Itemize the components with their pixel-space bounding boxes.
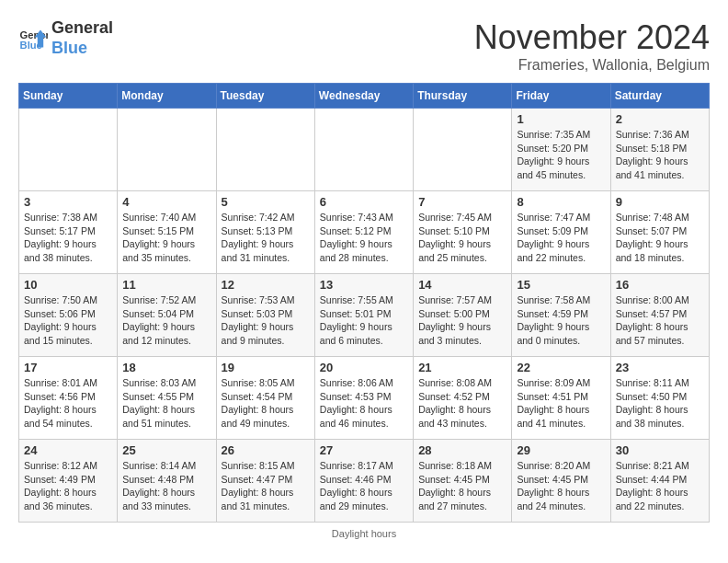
day-info: Sunrise: 8:20 AMSunset: 4:45 PMDaylight:…	[517, 459, 605, 513]
day-number: 23	[616, 361, 704, 374]
day-info: Sunrise: 8:18 AMSunset: 4:45 PMDaylight:…	[418, 459, 506, 513]
location-subtitle: Frameries, Wallonia, Belgium	[474, 57, 710, 74]
day-info: Sunrise: 7:42 AMSunset: 5:13 PMDaylight:…	[222, 211, 310, 265]
day-info: Sunrise: 7:55 AMSunset: 5:01 PMDaylight:…	[320, 293, 408, 348]
weekday-header: Tuesday	[216, 84, 314, 109]
calendar-day-cell: 21Sunrise: 8:08 AMSunset: 4:52 PMDayligh…	[414, 357, 512, 440]
calendar-day-cell: 29Sunrise: 8:20 AMSunset: 4:45 PMDayligh…	[512, 440, 610, 523]
day-number: 27	[320, 443, 408, 457]
calendar-day-cell	[216, 109, 314, 191]
day-number: 30	[616, 443, 704, 457]
calendar-day-cell: 10Sunrise: 7:50 AMSunset: 5:06 PMDayligh…	[19, 274, 118, 357]
calendar-day-cell	[118, 109, 216, 191]
day-number: 28	[418, 443, 506, 457]
calendar-day-cell: 1Sunrise: 7:35 AMSunset: 5:20 PMDaylight…	[512, 109, 610, 191]
day-number: 29	[517, 443, 605, 457]
calendar-day-cell: 11Sunrise: 7:52 AMSunset: 5:04 PMDayligh…	[118, 274, 216, 357]
day-info: Sunrise: 8:12 AMSunset: 4:49 PMDaylight:…	[24, 459, 112, 513]
calendar-day-cell: 30Sunrise: 8:21 AMSunset: 4:44 PMDayligh…	[610, 440, 709, 523]
calendar-day-cell: 4Sunrise: 7:40 AMSunset: 5:15 PMDaylight…	[118, 191, 216, 274]
day-number: 26	[222, 443, 310, 457]
day-number: 19	[222, 361, 310, 374]
title-block: November 2024 Frameries, Wallonia, Belgi…	[474, 18, 710, 74]
logo-icon: General Blue	[18, 24, 48, 53]
day-info: Sunrise: 8:14 AMSunset: 4:48 PMDaylight:…	[122, 459, 210, 513]
day-info: Sunrise: 7:35 AMSunset: 5:20 PMDaylight:…	[517, 128, 605, 182]
page-header: General Blue General Blue November 2024 …	[18, 18, 710, 74]
day-info: Sunrise: 7:53 AMSunset: 5:03 PMDaylight:…	[222, 293, 310, 348]
day-info: Sunrise: 8:06 AMSunset: 4:53 PMDaylight:…	[320, 376, 408, 431]
calendar-day-cell: 15Sunrise: 7:58 AMSunset: 4:59 PMDayligh…	[512, 274, 610, 357]
day-number: 17	[24, 361, 112, 374]
calendar-day-cell: 24Sunrise: 8:12 AMSunset: 4:49 PMDayligh…	[19, 440, 118, 523]
day-info: Sunrise: 7:43 AMSunset: 5:12 PMDaylight:…	[320, 211, 408, 265]
weekday-header: Thursday	[414, 84, 512, 109]
calendar-day-cell	[314, 109, 413, 191]
logo-general: General	[51, 18, 113, 39]
calendar-day-cell: 17Sunrise: 8:01 AMSunset: 4:56 PMDayligh…	[19, 357, 118, 440]
calendar-table: SundayMondayTuesdayWednesdayThursdayFrid…	[18, 83, 710, 523]
day-number: 21	[418, 361, 506, 374]
day-info: Sunrise: 7:45 AMSunset: 5:10 PMDaylight:…	[418, 211, 506, 265]
day-number: 20	[320, 361, 408, 374]
calendar-week-row: 3Sunrise: 7:38 AMSunset: 5:17 PMDaylight…	[19, 191, 710, 274]
calendar-day-cell: 14Sunrise: 7:57 AMSunset: 5:00 PMDayligh…	[414, 274, 512, 357]
footer: Daylight hours	[18, 528, 710, 539]
day-number: 6	[320, 195, 408, 209]
day-info: Sunrise: 8:01 AMSunset: 4:56 PMDaylight:…	[24, 376, 112, 431]
weekday-header: Saturday	[610, 84, 709, 109]
day-number: 10	[24, 278, 112, 292]
month-title: November 2024	[474, 18, 710, 57]
day-number: 22	[517, 361, 605, 374]
calendar-day-cell	[19, 109, 118, 191]
day-number: 12	[222, 278, 310, 292]
calendar-day-cell: 12Sunrise: 7:53 AMSunset: 5:03 PMDayligh…	[216, 274, 314, 357]
day-info: Sunrise: 8:17 AMSunset: 4:46 PMDaylight:…	[320, 459, 408, 513]
calendar-week-row: 24Sunrise: 8:12 AMSunset: 4:49 PMDayligh…	[19, 440, 710, 523]
day-number: 1	[517, 112, 605, 126]
day-info: Sunrise: 7:40 AMSunset: 5:15 PMDaylight:…	[122, 211, 210, 265]
day-info: Sunrise: 8:11 AMSunset: 4:50 PMDaylight:…	[616, 376, 704, 431]
weekday-header: Friday	[512, 84, 610, 109]
day-number: 13	[320, 278, 408, 292]
day-number: 4	[122, 195, 210, 209]
day-number: 25	[122, 443, 210, 457]
day-info: Sunrise: 8:21 AMSunset: 4:44 PMDaylight:…	[616, 459, 704, 513]
day-info: Sunrise: 7:57 AMSunset: 5:00 PMDaylight:…	[418, 293, 506, 348]
weekday-header: Monday	[118, 84, 216, 109]
calendar-day-cell: 5Sunrise: 7:42 AMSunset: 5:13 PMDaylight…	[216, 191, 314, 274]
day-number: 11	[122, 278, 210, 292]
day-number: 3	[24, 195, 112, 209]
calendar-day-cell: 25Sunrise: 8:14 AMSunset: 4:48 PMDayligh…	[118, 440, 216, 523]
day-number: 5	[222, 195, 310, 209]
weekday-header: Sunday	[19, 84, 118, 109]
day-number: 14	[418, 278, 506, 292]
calendar-day-cell: 20Sunrise: 8:06 AMSunset: 4:53 PMDayligh…	[314, 357, 413, 440]
day-info: Sunrise: 7:47 AMSunset: 5:09 PMDaylight:…	[517, 211, 605, 265]
calendar-day-cell: 7Sunrise: 7:45 AMSunset: 5:10 PMDaylight…	[414, 191, 512, 274]
logo-blue: Blue	[51, 39, 113, 59]
calendar-day-cell: 27Sunrise: 8:17 AMSunset: 4:46 PMDayligh…	[314, 440, 413, 523]
calendar-day-cell: 22Sunrise: 8:09 AMSunset: 4:51 PMDayligh…	[512, 357, 610, 440]
calendar-day-cell: 16Sunrise: 8:00 AMSunset: 4:57 PMDayligh…	[610, 274, 709, 357]
day-info: Sunrise: 7:38 AMSunset: 5:17 PMDaylight:…	[24, 211, 112, 265]
day-number: 2	[616, 112, 704, 126]
calendar-day-cell: 13Sunrise: 7:55 AMSunset: 5:01 PMDayligh…	[314, 274, 413, 357]
calendar-day-cell	[414, 109, 512, 191]
day-info: Sunrise: 8:09 AMSunset: 4:51 PMDaylight:…	[517, 376, 605, 431]
day-info: Sunrise: 7:36 AMSunset: 5:18 PMDaylight:…	[616, 128, 704, 182]
day-info: Sunrise: 7:50 AMSunset: 5:06 PMDaylight:…	[24, 293, 112, 348]
day-info: Sunrise: 7:52 AMSunset: 5:04 PMDaylight:…	[122, 293, 210, 348]
day-number: 15	[517, 278, 605, 292]
calendar-day-cell: 8Sunrise: 7:47 AMSunset: 5:09 PMDaylight…	[512, 191, 610, 274]
day-number: 9	[616, 195, 704, 209]
calendar-day-cell: 23Sunrise: 8:11 AMSunset: 4:50 PMDayligh…	[610, 357, 709, 440]
day-number: 16	[616, 278, 704, 292]
calendar-week-row: 1Sunrise: 7:35 AMSunset: 5:20 PMDaylight…	[19, 109, 710, 191]
calendar-day-cell: 19Sunrise: 8:05 AMSunset: 4:54 PMDayligh…	[216, 357, 314, 440]
day-number: 8	[517, 195, 605, 209]
day-info: Sunrise: 8:08 AMSunset: 4:52 PMDaylight:…	[418, 376, 506, 431]
calendar-day-cell: 2Sunrise: 7:36 AMSunset: 5:18 PMDaylight…	[610, 109, 709, 191]
weekday-header: Wednesday	[314, 84, 413, 109]
day-info: Sunrise: 8:03 AMSunset: 4:55 PMDaylight:…	[122, 376, 210, 431]
